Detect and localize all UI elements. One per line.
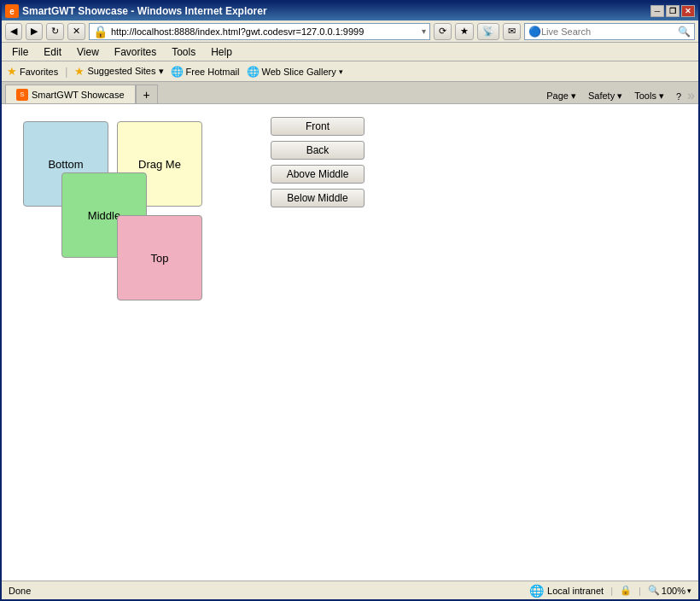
zoom-icon: 🔍 [648, 585, 660, 596]
suggested-label: Suggested Sites ▾ [87, 66, 163, 77]
status-text: Done [9, 586, 31, 596]
buttons-panel: Front Back Above Middle Below Middle [271, 117, 365, 207]
back-button[interactable]: ◀ [5, 23, 22, 40]
tab-label: SmartGWT Showcase [32, 90, 125, 100]
search-input[interactable] [541, 26, 678, 37]
webslice-dropdown-icon: ▾ [339, 67, 343, 76]
menu-edit[interactable]: Edit [37, 44, 68, 60]
refresh-button[interactable]: ↻ [46, 23, 64, 40]
tools-button[interactable]: Tools ▾ [628, 89, 670, 103]
new-tab-button[interactable]: + [136, 85, 158, 103]
restore-button[interactable]: ❐ [666, 5, 680, 17]
middle-box-label: Middle [88, 209, 120, 222]
status-bar: Done 🌐 Local intranet | 🔒 | 🔍 100% ▾ [2, 581, 698, 599]
address-input[interactable] [111, 26, 418, 37]
page-body: Bottom Drag Me Middle Top Front Back Abo… [2, 104, 698, 581]
favorites-bar: ★ Favorites | ★ Suggested Sites ▾ 🌐 Free… [2, 61, 698, 82]
minimize-button[interactable]: ─ [650, 5, 664, 17]
zone-text: Local intranet [547, 586, 604, 596]
close-button[interactable]: ✕ [681, 5, 695, 17]
menu-help[interactable]: Help [204, 44, 239, 60]
menu-view[interactable]: View [70, 44, 106, 60]
tab-bar: S SmartGWT Showcase + Page ▾ Safety ▾ To… [2, 82, 698, 104]
search-brand-icon: 🔵 [528, 26, 541, 38]
ie-icon: 🌐 [171, 66, 184, 78]
webslice-button[interactable]: 🌐 Web Slice Gallery ▾ [247, 66, 343, 78]
front-button[interactable]: Front [271, 117, 365, 136]
zoom-control[interactable]: 🔍 100% ▾ [648, 585, 691, 596]
back-zorder-button[interactable]: Back [271, 141, 365, 160]
zoom-dropdown-icon[interactable]: ▾ [687, 586, 691, 595]
nav-mail-button[interactable]: ✉ [503, 23, 521, 40]
bottom-box-label: Bottom [48, 158, 83, 171]
menu-file[interactable]: File [5, 44, 35, 60]
help-button[interactable]: ? [670, 90, 687, 103]
canvas-area: Bottom Drag Me Middle Top [15, 117, 228, 313]
zone-indicator: 🌐 Local intranet [529, 584, 604, 598]
hotmail-label: Free Hotmail [186, 67, 240, 77]
dragme-box-label: Drag Me [138, 158, 181, 171]
above-middle-button[interactable]: Above Middle [271, 165, 365, 184]
stop-button[interactable]: ✕ [67, 23, 85, 40]
safety-button[interactable]: Safety ▾ [582, 89, 628, 103]
menu-bar: File Edit View Favorites Tools Help [2, 43, 698, 61]
security-icon: 🔒 [620, 585, 632, 596]
forward-button[interactable]: ▶ [26, 23, 43, 40]
address-bar[interactable]: 🔒 ▾ [89, 23, 430, 40]
tab-smartgwt[interactable]: S SmartGWT Showcase [5, 85, 136, 103]
hotmail-button[interactable]: 🌐 Free Hotmail [171, 66, 240, 78]
favorites-label: Favorites [20, 67, 58, 77]
suggested-sites-button[interactable]: ★ Suggested Sites ▾ [74, 65, 163, 78]
app-icon: e [5, 4, 19, 18]
tab-favicon: S [16, 89, 28, 101]
nav-bar: ◀ ▶ ↻ ✕ 🔒 ▾ ⟳ ★ 📡 ✉ 🔵 🔍 [2, 20, 698, 43]
star-icon: ★ [7, 65, 17, 78]
webslice-label: Web Slice Gallery [262, 67, 336, 77]
menu-tools[interactable]: Tools [165, 44, 202, 60]
go-button[interactable]: ⟳ [434, 23, 452, 40]
top-box[interactable]: Top [117, 215, 202, 300]
favorites-button[interactable]: ★ Favorites [7, 65, 58, 78]
nav-feeds-button[interactable]: 📡 [477, 23, 499, 40]
zone-icon: 🌐 [529, 584, 544, 598]
search-bar[interactable]: 🔵 🔍 [524, 23, 695, 40]
menu-favorites[interactable]: Favorites [108, 44, 163, 60]
nav-favorites-button[interactable]: ★ [455, 23, 474, 40]
top-box-label: Top [151, 252, 169, 265]
search-icon[interactable]: 🔍 [678, 26, 691, 38]
below-middle-button[interactable]: Below Middle [271, 189, 365, 207]
expand-icon[interactable]: » [687, 88, 695, 103]
suggested-icon: ★ [74, 65, 85, 78]
page-button[interactable]: Page ▾ [540, 89, 582, 103]
zoom-level: 100% [662, 586, 685, 596]
webslice-icon: 🌐 [247, 66, 260, 78]
window-title: SmartGWT Showcase - Windows Internet Exp… [22, 5, 267, 17]
title-bar: e SmartGWT Showcase - Windows Internet E… [2, 2, 698, 20]
